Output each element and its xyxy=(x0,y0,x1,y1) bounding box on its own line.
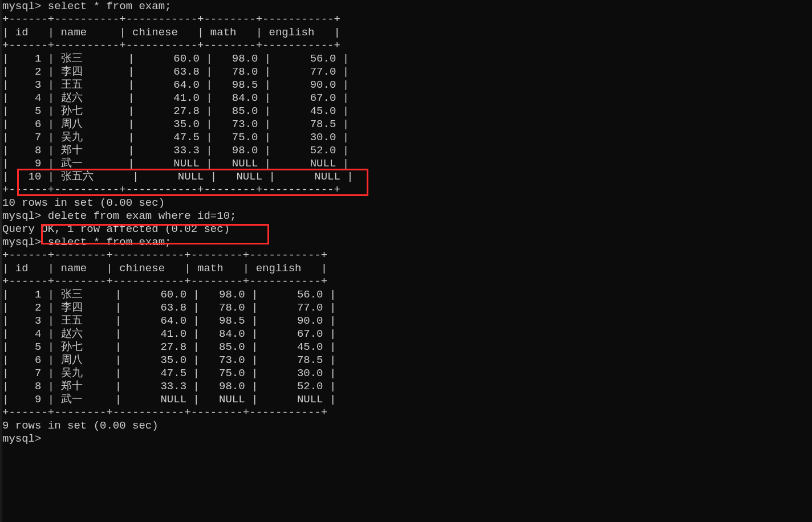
terminal-line: | 2 | 李四 | 63.8 | 78.0 | 77.0 | xyxy=(2,66,810,79)
terminal-line: | 2 | 李四 | 63.8 | 78.0 | 77.0 | xyxy=(2,301,810,315)
terminal-line: Query OK, 1 row affected (0.02 sec) xyxy=(2,223,810,236)
terminal-line: | 8 | 郑十 | 33.3 | 98.0 | 52.0 | xyxy=(2,144,810,157)
terminal-line: | 1 | 张三 | 60.0 | 98.0 | 56.0 | xyxy=(2,52,810,66)
terminal-line: 10 rows in set (0.00 sec) xyxy=(2,197,810,210)
terminal-line: | 8 | 郑十 | 33.3 | 98.0 | 52.0 | xyxy=(2,380,810,393)
terminal-line: | 4 | 赵六 | 41.0 | 84.0 | 67.0 | xyxy=(2,328,810,341)
terminal-line: | 7 | 吴九 | 47.5 | 75.0 | 30.0 | xyxy=(2,131,810,144)
terminal-line: | 4 | 赵六 | 41.0 | 84.0 | 67.0 | xyxy=(2,92,810,105)
terminal-line: +------+----------+-----------+--------+… xyxy=(2,39,810,52)
terminal-line: mysql> select * from exam; xyxy=(2,0,810,13)
terminal-line: | 9 | 武一 | NULL | NULL | NULL | xyxy=(2,393,810,406)
terminal-line: mysql> delete from exam where id=10; xyxy=(2,210,810,223)
terminal-line: | 6 | 周八 | 35.0 | 73.0 | 78.5 | xyxy=(2,354,810,367)
terminal-line: | 3 | 王五 | 64.0 | 98.5 | 90.0 | xyxy=(2,315,810,328)
terminal-line: mysql> select * from exam; xyxy=(2,236,810,249)
terminal-line: 9 rows in set (0.00 sec) xyxy=(2,419,810,433)
terminal-line: | 5 | 孙七 | 27.8 | 85.0 | 45.0 | xyxy=(2,341,810,354)
terminal-line: | 1 | 张三 | 60.0 | 98.0 | 56.0 | xyxy=(2,288,810,301)
terminal-line: +------+----------+-----------+--------+… xyxy=(2,13,810,26)
terminal-line: | 9 | 武一 | NULL | NULL | NULL | xyxy=(2,157,810,170)
terminal-line: | 3 | 王五 | 64.0 | 98.5 | 90.0 | xyxy=(2,79,810,92)
terminal-line: +------+--------+-----------+--------+--… xyxy=(2,275,810,288)
terminal-line: | 7 | 吴九 | 47.5 | 75.0 | 30.0 | xyxy=(2,367,810,380)
terminal-line: mysql> xyxy=(2,433,810,446)
terminal-line: +------+--------+-----------+--------+--… xyxy=(2,249,810,262)
terminal-line: | 5 | 孙七 | 27.8 | 85.0 | 45.0 | xyxy=(2,105,810,118)
terminal-line: | id | name | chinese | math | english | xyxy=(2,26,810,39)
terminal-line: | id | name | chinese | math | english | xyxy=(2,262,810,275)
terminal-line: | 6 | 周八 | 35.0 | 73.0 | 78.5 | xyxy=(2,118,810,131)
terminal-line: +------+----------+-----------+--------+… xyxy=(2,183,810,197)
terminal-line: +------+--------+-----------+--------+--… xyxy=(2,406,810,419)
terminal-line: | 10 | 张五六 | NULL | NULL | NULL | xyxy=(2,170,810,183)
terminal-output[interactable]: mysql> select * from exam;+------+------… xyxy=(0,0,812,446)
